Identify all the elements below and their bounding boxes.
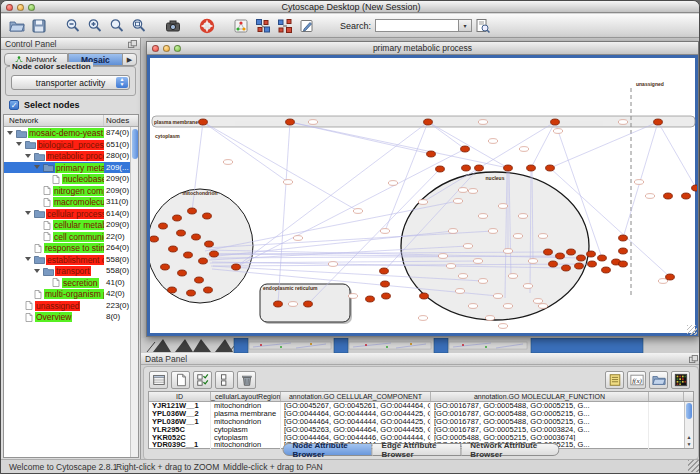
- duplicate-network-button[interactable]: [252, 16, 274, 36]
- column-header[interactable]: annotation.GO CELLULAR_COMPONENT: [281, 392, 431, 401]
- zoom-out-button[interactable]: [62, 16, 84, 36]
- table-scrollbar-thumb[interactable]: [686, 403, 692, 419]
- tree-row[interactable]: transport558(0): [4, 265, 138, 277]
- expand-toggle-icon[interactable]: [16, 142, 22, 146]
- table-cell[interactable]: mitochondrion: [211, 402, 281, 410]
- tab-node-attribute-browser[interactable]: Node Attribute Browser: [283, 443, 373, 456]
- import-attributes-button[interactable]: [649, 371, 668, 389]
- expand-toggle-icon[interactable]: [25, 257, 31, 261]
- help-button[interactable]: [196, 16, 218, 36]
- network-view-button[interactable]: [230, 16, 252, 36]
- table-cell[interactable]: YPL036W__2: [149, 410, 211, 418]
- deselect-attributes-button[interactable]: [215, 371, 234, 389]
- table-cell[interactable]: [GO:0016787, GO:0005488, GO:0005215, G..…: [431, 418, 649, 426]
- delete-attribute-button[interactable]: [237, 371, 256, 389]
- network-window-resize-grip[interactable]: [687, 325, 697, 335]
- tab-network-attribute-browser[interactable]: Network Attribute Browser: [461, 443, 559, 456]
- table-cell[interactable]: YLR295C: [149, 426, 211, 434]
- tree-row-label: cellular process: [46, 209, 104, 219]
- tab-edge-attribute-browser[interactable]: Edge Attribute Browser: [373, 443, 462, 456]
- select-nodes-checkbox[interactable]: ✓: [9, 100, 19, 110]
- advanced-search-button[interactable]: [472, 16, 494, 36]
- table-cell[interactable]: cytoplasm: [211, 426, 281, 434]
- table-cell[interactable]: [GO:0045267, GO:0045261, GO:0044464, G..…: [281, 402, 431, 410]
- table-cell[interactable]: [GO:0016787, GO:0005488, GO:0005215, G..…: [431, 410, 649, 418]
- expand-toggle-icon[interactable]: [25, 154, 31, 158]
- apply-layout-button[interactable]: [274, 16, 296, 36]
- tree-row[interactable]: secretion41(0): [4, 277, 138, 289]
- function-builder-button[interactable]: f(x): [627, 371, 646, 389]
- column-header[interactable]: annotation.GO MOLECULAR_FUNCTION: [431, 392, 649, 401]
- node-color-combobox[interactable]: transporter activity ▲▼: [11, 75, 130, 90]
- save-button[interactable]: [28, 16, 50, 36]
- snapshot-button[interactable]: [162, 16, 184, 36]
- tree-row[interactable]: metabolic process280(0): [4, 150, 138, 162]
- new-attribute-button[interactable]: [171, 371, 190, 389]
- tree-row[interactable]: nucleobase-209(0): [4, 173, 138, 185]
- tree-row[interactable]: response to stimulu264(0): [4, 242, 138, 254]
- tree-row[interactable]: biological_process651(0): [4, 139, 138, 151]
- tree-row[interactable]: establishment of lo558(0): [4, 254, 138, 266]
- zoom-fit-button[interactable]: [128, 16, 150, 36]
- table-row[interactable]: YJR121W__1mitochondrion[GO:0045267, GO:0…: [149, 402, 693, 410]
- search-input[interactable]: [375, 19, 459, 32]
- table-cell[interactable]: YDR039C__1: [149, 441, 211, 449]
- select-attributes-button[interactable]: [193, 371, 212, 389]
- tree-row[interactable]: cell communicat22(0): [4, 231, 138, 243]
- attribute-notes-button[interactable]: [605, 371, 624, 389]
- table-row[interactable]: YLR295Ccytoplasm[GO:0045263, GO:0044464,…: [149, 426, 693, 434]
- expand-toggle-icon[interactable]: [34, 165, 40, 169]
- table-cell[interactable]: YPL036W__1: [149, 418, 211, 426]
- table-cell[interactable]: [GO:0016787, GO:0005488, GO:0005215, G..…: [431, 402, 649, 410]
- table-cell[interactable]: YJR121W__1: [149, 402, 211, 410]
- table-row[interactable]: YPL036W__2plasma membrane[GO:0044464, GO…: [149, 410, 693, 418]
- expand-toggle-icon[interactable]: [25, 211, 31, 215]
- table-cell[interactable]: [GO:0016787, GO:0005215, GO:0003824, G..…: [431, 426, 649, 434]
- window-resize-grip[interactable]: [688, 460, 700, 472]
- svg-text:plasma membrane: plasma membrane: [154, 119, 198, 125]
- network-view-titlebar[interactable]: primary metabolic process: [147, 42, 698, 55]
- attribute-grid-button[interactable]: [149, 371, 168, 389]
- title-bar[interactable]: Cytoscape Desktop (New Session): [1, 1, 700, 13]
- table-cell[interactable]: [GO:0044464, GO:0044444, GO:0044425, G..…: [281, 418, 431, 426]
- float-panel-icon[interactable]: [128, 40, 137, 48]
- search-dropdown-button[interactable]: ▾: [459, 19, 472, 32]
- heatmap-button[interactable]: [671, 371, 690, 389]
- table-scrollbar-arrows[interactable]: ▲▼: [685, 434, 693, 448]
- tree-row-label: secretion: [62, 278, 99, 288]
- expand-toggle-icon[interactable]: [34, 269, 40, 273]
- table-cell[interactable]: [GO:0045263, GO:0044464, GO:0044455, G..…: [281, 426, 431, 434]
- table-cell[interactable]: mitochondrion: [211, 441, 281, 449]
- table-scrollbar[interactable]: ▲▼: [684, 402, 693, 448]
- tree-row[interactable]: nitrogen compo209(0): [4, 185, 138, 197]
- zoom-in-button[interactable]: [84, 16, 106, 36]
- network-column-header[interactable]: Network: [9, 116, 38, 125]
- table-cell[interactable]: [GO:0044464, GO:0044444, GO:0044425, G..…: [281, 410, 431, 418]
- tree-row[interactable]: Overview8(0): [4, 311, 138, 323]
- network-canvas[interactable]: plasma membranecytoplasmmitochondrionnuc…: [150, 58, 697, 335]
- annotation-button[interactable]: [296, 16, 318, 36]
- tree-row[interactable]: mosaic-demo-yeast874(0): [4, 127, 138, 139]
- tree-row[interactable]: macromolecule311(0): [4, 196, 138, 208]
- tree-row[interactable]: cellular process614(0): [4, 208, 138, 220]
- nodes-column-header[interactable]: Nodes: [106, 116, 129, 125]
- tree-row[interactable]: multi-organism pro42(0): [4, 288, 138, 300]
- tree-scrollbar-thumb[interactable]: [132, 129, 138, 159]
- table-cell[interactable]: mitochondrion: [211, 418, 281, 426]
- column-header[interactable]: _cellularLayoutRegion: [211, 392, 281, 401]
- table-cell[interactable]: YKR052C: [149, 434, 211, 442]
- table-cell[interactable]: cytoplasm: [211, 434, 281, 442]
- tree-row[interactable]: cellular metabol209(0): [4, 219, 138, 231]
- table-cell[interactable]: plasma membrane: [211, 410, 281, 418]
- open-file-button[interactable]: [6, 16, 28, 36]
- float-panel-icon[interactable]: [689, 355, 698, 363]
- network-view-window[interactable]: primary metabolic process plasma membran…: [146, 41, 699, 337]
- table-row[interactable]: YPL036W__1mitochondrion[GO:0044464, GO:0…: [149, 418, 693, 426]
- expand-toggle-icon[interactable]: [7, 131, 13, 135]
- zoom-selected-button[interactable]: [106, 16, 128, 36]
- tree-row[interactable]: unassigned223(0): [4, 300, 138, 312]
- tree-scrollbar[interactable]: [130, 127, 138, 457]
- tab-overflow-button[interactable]: ▶: [123, 53, 137, 66]
- column-header[interactable]: ID: [149, 392, 211, 401]
- tree-row[interactable]: primary metabo209(...: [4, 162, 138, 174]
